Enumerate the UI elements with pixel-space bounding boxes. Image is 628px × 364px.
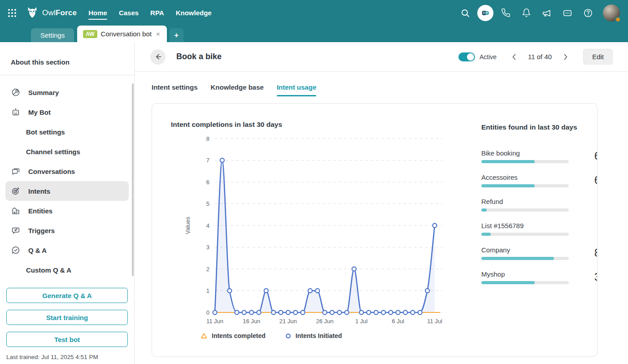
sidebar-item-summary[interactable]: Summary	[5, 82, 129, 102]
sort-button[interactable]	[597, 120, 597, 136]
chart-svg: 012345678Values11 Jun16 Jun21 Jun26 Jun1…	[183, 130, 462, 328]
chart-section: Intent completions in last 30 days 01234…	[152, 104, 462, 356]
intent-completions-chart: 012345678Values11 Jun16 Jun21 Jun26 Jun1…	[183, 130, 462, 329]
workspace-badge: AW	[83, 30, 97, 38]
sidebar-section-title: About this section	[0, 42, 134, 75]
entity-progress-bar	[481, 208, 569, 212]
active-toggle[interactable]	[458, 52, 475, 61]
brand-logo[interactable]: OwlForce	[26, 7, 77, 19]
intent-usage-card: Intent completions in last 30 days 01234…	[152, 103, 597, 357]
summary-icon	[11, 87, 21, 97]
search-icon[interactable]	[457, 4, 474, 22]
intent-header: Book a bike Active 11 of 40	[135, 42, 628, 72]
svg-text:1 Jul: 1 Jul	[355, 318, 368, 325]
svg-text:6: 6	[206, 179, 209, 186]
tab-conversation-bot[interactable]: AW Conversation bot ×	[77, 26, 167, 42]
bot-icon	[11, 107, 21, 117]
sidebar-scrollbar[interactable]	[132, 83, 134, 276]
legend-item-initiated: Intents Initiated	[285, 332, 342, 339]
sidebar-item-bot-settings[interactable]: Bot settings	[5, 122, 129, 142]
svg-text:11 Jun: 11 Jun	[206, 318, 223, 325]
previous-intent-button[interactable]	[509, 52, 519, 62]
tab-intent-settings[interactable]: Intent settings	[152, 83, 198, 96]
entity-percentage: 30%	[594, 271, 597, 283]
tab-label: Settings	[40, 31, 65, 39]
sidebar-item-label: Bot settings	[26, 128, 65, 136]
entity-label: Company	[481, 246, 569, 254]
sidebar-item-intents[interactable]: Intents	[5, 181, 129, 201]
test-bot-button[interactable]: Test bot	[6, 332, 128, 347]
megaphone-icon[interactable]	[538, 4, 555, 22]
sidebar-menu: Summary My Bot Bot settings Channel sett…	[0, 75, 134, 280]
chart-title: Intent completions in last 30 days	[171, 121, 462, 129]
nav-knowledge[interactable]: Knowledge	[176, 6, 212, 20]
workspace-tab-strip: Settings AW Conversation bot × +	[0, 26, 628, 42]
add-tab-button[interactable]: +	[170, 28, 183, 42]
sidebar-item-conversations[interactable]: Conversations	[5, 161, 129, 181]
svg-text:5: 5	[206, 200, 209, 207]
entity-row-accessoires: Accessoires 62%	[481, 173, 597, 187]
entity-row-bike-booking: Bike booking 60%	[481, 149, 597, 163]
pagination-label: 11 of 40	[528, 53, 552, 61]
brand-name: OwlForce	[42, 9, 77, 17]
sidebar-item-label: Summary	[28, 89, 59, 96]
edit-button[interactable]: Edit	[583, 49, 613, 65]
sidebar-item-entities[interactable]: Entities	[5, 201, 129, 221]
phone-icon[interactable]	[497, 4, 514, 22]
entities-title: Entities found in last 30 days	[481, 120, 577, 131]
generate-q-a-button[interactable]: Generate Q & A	[6, 288, 128, 303]
entity-label: Refund	[481, 198, 569, 205]
next-intent-button[interactable]	[561, 52, 571, 62]
grid-icon	[8, 9, 17, 17]
entity-percentage: 60%	[594, 150, 597, 162]
sidebar-item-channel-settings[interactable]: Channel settings	[5, 142, 129, 161]
help-icon[interactable]	[580, 4, 597, 22]
nav-cases[interactable]: Cases	[119, 6, 139, 20]
entity-progress-bar	[481, 233, 569, 236]
conversations-icon	[11, 166, 21, 176]
app-launcher-icon[interactable]	[4, 5, 20, 21]
svg-text:Values: Values	[184, 217, 191, 234]
svg-text:7: 7	[206, 157, 209, 164]
entity-progress-bar	[481, 184, 569, 187]
topbar-actions	[457, 4, 620, 22]
tab-knowledge-base[interactable]: Knowledge base	[211, 83, 264, 96]
sidebar-item-label: Triggers	[28, 227, 55, 234]
start-training-button[interactable]: Start training	[6, 310, 128, 325]
sidebar-item-custom-q-a[interactable]: Custom Q & A	[5, 260, 129, 280]
sidebar-item-label: Custom Q & A	[26, 266, 71, 274]
entity-progress-bar	[481, 160, 569, 163]
sidebar-item-label: Intents	[28, 187, 50, 195]
sidebar-item-q-a[interactable]: Q & A	[5, 240, 129, 260]
triggers-icon	[11, 225, 21, 235]
sidebar-item-label: Channel settings	[26, 148, 80, 156]
messages-icon[interactable]	[559, 4, 576, 22]
entity-label: List #1556789	[481, 222, 569, 230]
svg-text:8: 8	[206, 135, 209, 142]
svg-text:4: 4	[206, 222, 209, 229]
back-button[interactable]	[150, 49, 166, 65]
entity-percentage: 62%	[594, 174, 597, 186]
top-navigation-bar: OwlForce HomeCasesRPAKnowledge	[0, 0, 628, 26]
bell-icon[interactable]	[518, 4, 535, 22]
entities-panel: Entities found in last 30 days Bike b	[462, 104, 597, 356]
close-icon[interactable]: ×	[155, 30, 161, 38]
nav-rpa[interactable]: RPA	[150, 6, 164, 20]
chart-legend: Intents completed Intents Initiated	[201, 332, 462, 339]
circle-marker-icon	[285, 333, 291, 339]
user-avatar[interactable]	[603, 4, 620, 22]
entity-row-company: Company 80%	[481, 246, 597, 260]
sidebar-item-label: My Bot	[28, 108, 51, 116]
triangle-marker-icon	[201, 333, 207, 339]
sidebar-item-my-bot[interactable]: My Bot	[5, 102, 129, 122]
tab-intent-usage[interactable]: Intent usage	[277, 83, 316, 96]
last-trained-status: Last trained: Jul 11, 2025 4:51 PM	[6, 354, 98, 360]
assistant-bot-icon[interactable]	[477, 5, 493, 21]
entity-progress-bar	[481, 281, 569, 284]
entity-label: Accessoires	[481, 173, 569, 181]
sidebar-item-triggers[interactable]: Triggers	[5, 221, 129, 240]
svg-text:2: 2	[206, 266, 209, 273]
entities-icon	[11, 206, 21, 216]
tab-settings[interactable]: Settings	[31, 28, 74, 42]
nav-home[interactable]: Home	[88, 6, 107, 20]
